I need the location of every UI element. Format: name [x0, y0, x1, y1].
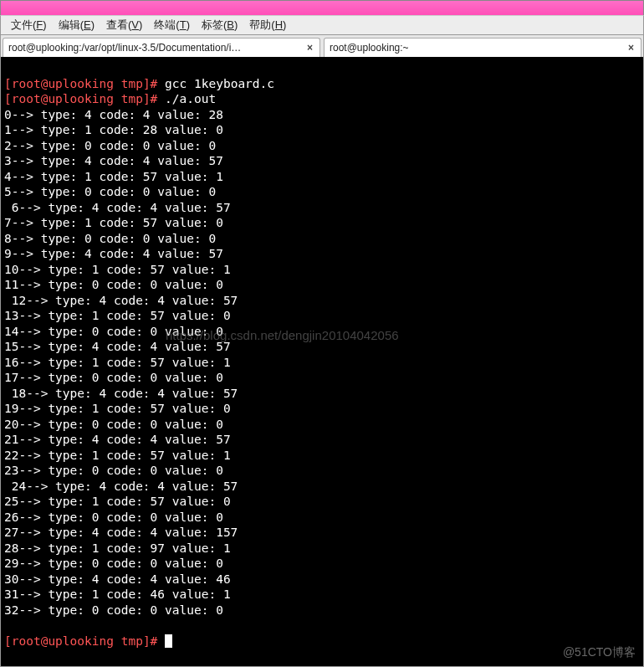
terminal-output[interactable]: [root@uplooking tmp]# gcc 1keyboard.c[ro… [0, 57, 644, 667]
tab-bar: root@uplooking:/var/opt/linux-3.5/Docume… [0, 35, 644, 57]
close-icon[interactable]: × [626, 42, 636, 54]
menu-tabs[interactable]: 标签(B) [197, 16, 243, 34]
window-titlebar[interactable] [0, 0, 644, 15]
tab-1[interactable]: root@uplooking:/var/opt/linux-3.5/Docume… [3, 38, 320, 57]
menu-help[interactable]: 帮助(H) [244, 16, 291, 34]
tab-2[interactable]: root@uplooking:~ × [324, 38, 641, 57]
menu-file[interactable]: 文件(F) [6, 16, 52, 34]
menu-bar: 文件(F) 编辑(E) 查看(V) 终端(T) 标签(B) 帮助(H) [0, 15, 644, 35]
menu-view[interactable]: 查看(V) [101, 16, 147, 34]
tab-1-label: root@uplooking:/var/opt/linux-3.5/Docume… [8, 42, 305, 54]
tab-2-label: root@uplooking:~ [330, 42, 626, 54]
menu-edit[interactable]: 编辑(E) [54, 16, 100, 34]
close-icon[interactable]: × [305, 42, 314, 54]
menu-terminal[interactable]: 终端(T) [149, 16, 195, 34]
cursor [165, 634, 172, 648]
